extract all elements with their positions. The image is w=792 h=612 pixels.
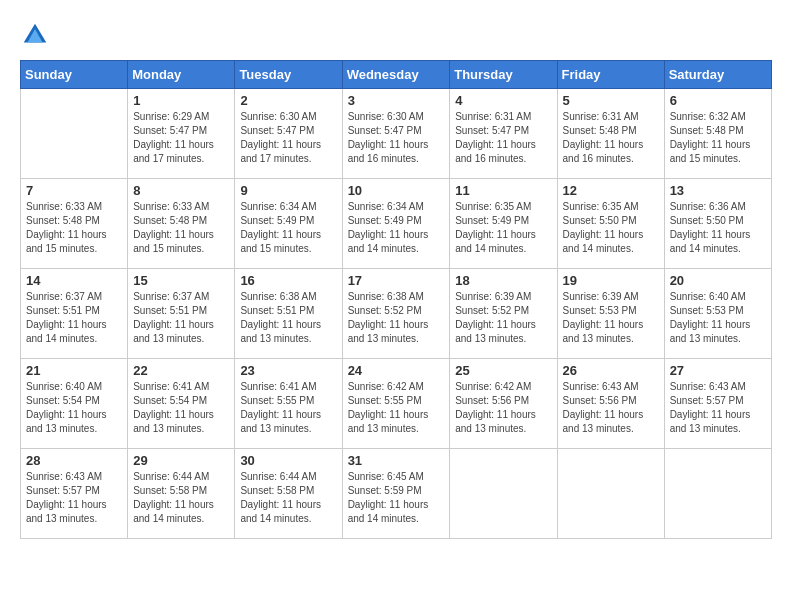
calendar-table: Sunday Monday Tuesday Wednesday Thursday…: [20, 60, 772, 539]
calendar-cell: 25Sunrise: 6:42 AMSunset: 5:56 PMDayligh…: [450, 359, 557, 449]
calendar-cell: 14Sunrise: 6:37 AMSunset: 5:51 PMDayligh…: [21, 269, 128, 359]
calendar-cell: 27Sunrise: 6:43 AMSunset: 5:57 PMDayligh…: [664, 359, 771, 449]
day-number: 25: [455, 363, 551, 378]
day-number: 11: [455, 183, 551, 198]
header-monday: Monday: [128, 61, 235, 89]
calendar-cell: 4Sunrise: 6:31 AMSunset: 5:47 PMDaylight…: [450, 89, 557, 179]
day-info: Sunrise: 6:31 AMSunset: 5:48 PMDaylight:…: [563, 110, 659, 166]
logo: [20, 20, 54, 50]
day-number: 20: [670, 273, 766, 288]
day-number: 26: [563, 363, 659, 378]
calendar-cell: 9Sunrise: 6:34 AMSunset: 5:49 PMDaylight…: [235, 179, 342, 269]
day-number: 19: [563, 273, 659, 288]
day-info: Sunrise: 6:38 AMSunset: 5:52 PMDaylight:…: [348, 290, 445, 346]
calendar-cell: 3Sunrise: 6:30 AMSunset: 5:47 PMDaylight…: [342, 89, 450, 179]
calendar-cell: 1Sunrise: 6:29 AMSunset: 5:47 PMDaylight…: [128, 89, 235, 179]
calendar-cell: 2Sunrise: 6:30 AMSunset: 5:47 PMDaylight…: [235, 89, 342, 179]
day-number: 9: [240, 183, 336, 198]
day-number: 31: [348, 453, 445, 468]
calendar-cell: [21, 89, 128, 179]
calendar-cell: 23Sunrise: 6:41 AMSunset: 5:55 PMDayligh…: [235, 359, 342, 449]
day-info: Sunrise: 6:42 AMSunset: 5:55 PMDaylight:…: [348, 380, 445, 436]
day-number: 18: [455, 273, 551, 288]
day-number: 10: [348, 183, 445, 198]
calendar-cell: [557, 449, 664, 539]
day-info: Sunrise: 6:39 AMSunset: 5:53 PMDaylight:…: [563, 290, 659, 346]
page-header: [20, 20, 772, 50]
day-info: Sunrise: 6:33 AMSunset: 5:48 PMDaylight:…: [133, 200, 229, 256]
calendar-cell: 12Sunrise: 6:35 AMSunset: 5:50 PMDayligh…: [557, 179, 664, 269]
day-info: Sunrise: 6:36 AMSunset: 5:50 PMDaylight:…: [670, 200, 766, 256]
day-info: Sunrise: 6:43 AMSunset: 5:57 PMDaylight:…: [26, 470, 122, 526]
day-info: Sunrise: 6:29 AMSunset: 5:47 PMDaylight:…: [133, 110, 229, 166]
day-number: 4: [455, 93, 551, 108]
day-info: Sunrise: 6:39 AMSunset: 5:52 PMDaylight:…: [455, 290, 551, 346]
day-info: Sunrise: 6:45 AMSunset: 5:59 PMDaylight:…: [348, 470, 445, 526]
day-info: Sunrise: 6:44 AMSunset: 5:58 PMDaylight:…: [133, 470, 229, 526]
day-number: 27: [670, 363, 766, 378]
calendar-cell: 8Sunrise: 6:33 AMSunset: 5:48 PMDaylight…: [128, 179, 235, 269]
calendar-cell: 26Sunrise: 6:43 AMSunset: 5:56 PMDayligh…: [557, 359, 664, 449]
header-thursday: Thursday: [450, 61, 557, 89]
header-tuesday: Tuesday: [235, 61, 342, 89]
day-info: Sunrise: 6:34 AMSunset: 5:49 PMDaylight:…: [348, 200, 445, 256]
day-info: Sunrise: 6:37 AMSunset: 5:51 PMDaylight:…: [133, 290, 229, 346]
calendar-week-row: 1Sunrise: 6:29 AMSunset: 5:47 PMDaylight…: [21, 89, 772, 179]
day-number: 24: [348, 363, 445, 378]
day-number: 14: [26, 273, 122, 288]
day-info: Sunrise: 6:35 AMSunset: 5:50 PMDaylight:…: [563, 200, 659, 256]
day-info: Sunrise: 6:37 AMSunset: 5:51 PMDaylight:…: [26, 290, 122, 346]
day-info: Sunrise: 6:41 AMSunset: 5:54 PMDaylight:…: [133, 380, 229, 436]
day-number: 13: [670, 183, 766, 198]
day-number: 28: [26, 453, 122, 468]
day-info: Sunrise: 6:30 AMSunset: 5:47 PMDaylight:…: [348, 110, 445, 166]
day-info: Sunrise: 6:44 AMSunset: 5:58 PMDaylight:…: [240, 470, 336, 526]
day-info: Sunrise: 6:33 AMSunset: 5:48 PMDaylight:…: [26, 200, 122, 256]
day-number: 8: [133, 183, 229, 198]
day-number: 16: [240, 273, 336, 288]
calendar-cell: 6Sunrise: 6:32 AMSunset: 5:48 PMDaylight…: [664, 89, 771, 179]
calendar-cell: 18Sunrise: 6:39 AMSunset: 5:52 PMDayligh…: [450, 269, 557, 359]
calendar-cell: 11Sunrise: 6:35 AMSunset: 5:49 PMDayligh…: [450, 179, 557, 269]
calendar-cell: 16Sunrise: 6:38 AMSunset: 5:51 PMDayligh…: [235, 269, 342, 359]
day-number: 21: [26, 363, 122, 378]
calendar-cell: 13Sunrise: 6:36 AMSunset: 5:50 PMDayligh…: [664, 179, 771, 269]
calendar-week-row: 14Sunrise: 6:37 AMSunset: 5:51 PMDayligh…: [21, 269, 772, 359]
header-wednesday: Wednesday: [342, 61, 450, 89]
day-number: 12: [563, 183, 659, 198]
calendar-cell: [664, 449, 771, 539]
calendar-cell: 30Sunrise: 6:44 AMSunset: 5:58 PMDayligh…: [235, 449, 342, 539]
day-info: Sunrise: 6:40 AMSunset: 5:53 PMDaylight:…: [670, 290, 766, 346]
calendar-cell: 31Sunrise: 6:45 AMSunset: 5:59 PMDayligh…: [342, 449, 450, 539]
day-info: Sunrise: 6:34 AMSunset: 5:49 PMDaylight:…: [240, 200, 336, 256]
day-number: 22: [133, 363, 229, 378]
calendar-cell: 22Sunrise: 6:41 AMSunset: 5:54 PMDayligh…: [128, 359, 235, 449]
logo-icon: [20, 20, 50, 50]
day-number: 3: [348, 93, 445, 108]
day-info: Sunrise: 6:41 AMSunset: 5:55 PMDaylight:…: [240, 380, 336, 436]
day-number: 17: [348, 273, 445, 288]
calendar-cell: 15Sunrise: 6:37 AMSunset: 5:51 PMDayligh…: [128, 269, 235, 359]
calendar-week-row: 28Sunrise: 6:43 AMSunset: 5:57 PMDayligh…: [21, 449, 772, 539]
calendar-cell: 10Sunrise: 6:34 AMSunset: 5:49 PMDayligh…: [342, 179, 450, 269]
header-saturday: Saturday: [664, 61, 771, 89]
calendar-cell: 5Sunrise: 6:31 AMSunset: 5:48 PMDaylight…: [557, 89, 664, 179]
weekday-header-row: Sunday Monday Tuesday Wednesday Thursday…: [21, 61, 772, 89]
header-sunday: Sunday: [21, 61, 128, 89]
calendar-cell: 24Sunrise: 6:42 AMSunset: 5:55 PMDayligh…: [342, 359, 450, 449]
day-number: 23: [240, 363, 336, 378]
day-number: 7: [26, 183, 122, 198]
calendar-week-row: 21Sunrise: 6:40 AMSunset: 5:54 PMDayligh…: [21, 359, 772, 449]
calendar-cell: 7Sunrise: 6:33 AMSunset: 5:48 PMDaylight…: [21, 179, 128, 269]
day-info: Sunrise: 6:43 AMSunset: 5:57 PMDaylight:…: [670, 380, 766, 436]
day-number: 30: [240, 453, 336, 468]
calendar-cell: 19Sunrise: 6:39 AMSunset: 5:53 PMDayligh…: [557, 269, 664, 359]
calendar-cell: 28Sunrise: 6:43 AMSunset: 5:57 PMDayligh…: [21, 449, 128, 539]
header-friday: Friday: [557, 61, 664, 89]
day-info: Sunrise: 6:38 AMSunset: 5:51 PMDaylight:…: [240, 290, 336, 346]
calendar-week-row: 7Sunrise: 6:33 AMSunset: 5:48 PMDaylight…: [21, 179, 772, 269]
calendar-cell: 17Sunrise: 6:38 AMSunset: 5:52 PMDayligh…: [342, 269, 450, 359]
day-number: 1: [133, 93, 229, 108]
day-info: Sunrise: 6:35 AMSunset: 5:49 PMDaylight:…: [455, 200, 551, 256]
calendar-cell: 29Sunrise: 6:44 AMSunset: 5:58 PMDayligh…: [128, 449, 235, 539]
